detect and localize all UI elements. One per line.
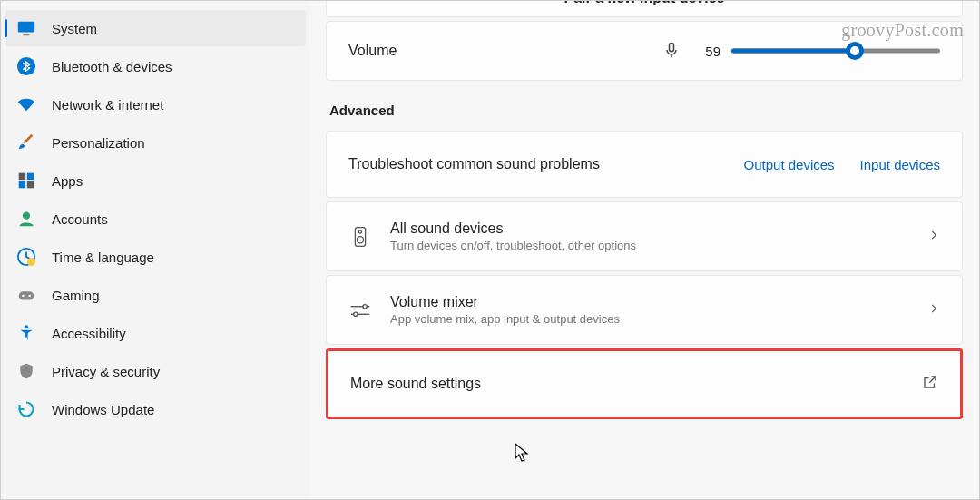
sidebar-item-label: Bluetooth & devices [52,59,172,74]
svg-point-17 [357,236,363,242]
sidebar-item-time[interactable]: Time & language [5,239,306,275]
sidebar-item-label: Time & language [52,250,154,265]
volume-label: Volume [348,43,662,59]
volume-slider[interactable] [731,40,940,62]
svg-rect-0 [18,22,34,33]
sidebar-item-label: Accessibility [52,326,126,341]
brush-icon [15,132,37,153]
mixer-sub: App volume mix, app input & output devic… [390,312,927,326]
sidebar: System Bluetooth & devices Network & int… [1,1,309,499]
sidebar-item-label: Windows Update [52,402,154,417]
sidebar-item-label: Gaming [52,288,100,303]
svg-point-21 [354,312,358,316]
microphone-icon[interactable] [662,41,682,61]
sidebar-item-apps[interactable]: Apps [5,162,306,199]
troubleshoot-row: Troubleshoot common sound problems Outpu… [327,132,962,197]
sidebar-item-bluetooth[interactable]: Bluetooth & devices [5,48,306,84]
svg-rect-14 [670,44,674,52]
svg-rect-3 [19,173,26,181]
accessibility-icon [15,322,37,344]
svg-rect-10 [19,291,34,299]
volume-mixer-card[interactable]: Volume mixer App volume mix, app input &… [326,275,963,345]
mixer-title: Volume mixer [390,294,927,310]
main-content: Pair a new input device Volume 59 Advanc… [309,1,979,499]
apps-icon [15,170,37,191]
sidebar-item-gaming[interactable]: Gaming [5,277,306,313]
watermark: groovyPost.com [841,20,964,41]
sidebar-item-label: Accounts [52,211,108,227]
clock-globe-icon [15,246,37,268]
all-devices-sub: Turn devices on/off, troubleshoot, other… [390,239,927,252]
gamepad-icon [15,284,37,306]
sidebar-item-label: Apps [52,173,83,189]
svg-rect-4 [27,173,34,181]
svg-rect-1 [23,34,29,35]
advanced-header: Advanced [329,103,963,118]
svg-point-12 [28,295,30,297]
mixer-icon [348,299,372,322]
troubleshoot-card: Troubleshoot common sound problems Outpu… [326,131,963,198]
all-devices-title: All sound devices [390,221,927,237]
svg-point-9 [27,258,35,266]
output-devices-link[interactable]: Output devices [744,157,835,172]
person-icon [15,208,37,230]
speaker-icon [348,225,372,249]
volume-value: 59 [697,44,720,59]
sidebar-item-label: System [52,21,97,36]
svg-point-16 [358,230,361,232]
sidebar-item-accessibility[interactable]: Accessibility [5,315,306,351]
sidebar-item-privacy[interactable]: Privacy & security [5,353,306,389]
system-icon [15,17,37,39]
troubleshoot-title: Troubleshoot common sound problems [348,156,719,172]
sidebar-item-accounts[interactable]: Accounts [5,201,306,237]
previous-card-peek: Pair a new input device [326,1,963,17]
update-icon [15,398,37,420]
sidebar-item-label: Privacy & security [52,364,160,379]
more-sound-settings-card[interactable]: More sound settings [326,348,963,419]
more-settings-title: More sound settings [350,376,922,392]
shield-icon [15,360,37,382]
sidebar-item-personalization[interactable]: Personalization [5,124,306,161]
svg-rect-6 [27,181,34,189]
input-devices-link[interactable]: Input devices [860,157,940,172]
sidebar-item-label: Personalization [52,135,145,151]
wifi-icon [15,93,37,115]
svg-point-7 [23,212,30,220]
svg-point-13 [24,325,28,328]
sidebar-item-network[interactable]: Network & internet [5,86,306,123]
chevron-right-icon [927,229,940,245]
chevron-right-icon [927,302,940,319]
sidebar-item-update[interactable]: Windows Update [5,391,306,427]
sidebar-item-system[interactable]: System [5,10,306,46]
all-sound-devices-card[interactable]: All sound devices Turn devices on/off, t… [326,201,963,271]
svg-point-11 [22,295,24,297]
svg-point-19 [363,304,367,308]
sidebar-item-label: Network & internet [52,97,163,113]
external-link-icon [922,374,938,394]
bluetooth-icon [15,55,37,77]
svg-rect-5 [19,181,26,189]
